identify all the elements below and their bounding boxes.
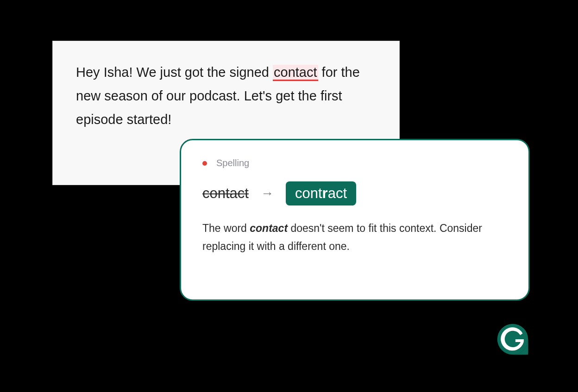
replacement-prefix: cont [295, 185, 322, 201]
editor-text-content[interactable]: Hey Isha! We just got the signed contact… [76, 61, 376, 131]
explanation-flagged-word: contact [250, 222, 288, 234]
suggestion-explanation: The word contact doesn't seem to fit thi… [202, 219, 507, 255]
replacement-suffix: act [328, 185, 347, 201]
explanation-before: The word [202, 222, 250, 234]
arrow-right-icon: → [261, 186, 274, 201]
suggestion-card: Spelling contact → contract The word con… [180, 139, 530, 301]
error-dot-icon [202, 161, 207, 166]
flagged-word[interactable]: contact [273, 65, 318, 81]
replacement-highlighted-letter: r [322, 185, 328, 201]
suggestion-category-label: Spelling [216, 158, 249, 168]
suggestion-header: Spelling [202, 158, 507, 168]
suggestion-replacement-row: contact → contract [202, 181, 507, 205]
original-word-strikethrough: contact [202, 185, 249, 202]
grammarly-badge-icon[interactable] [496, 322, 530, 356]
text-before-flag: Hey Isha! We just got the signed [76, 65, 273, 80]
replacement-suggestion-button[interactable]: contract [286, 181, 356, 205]
